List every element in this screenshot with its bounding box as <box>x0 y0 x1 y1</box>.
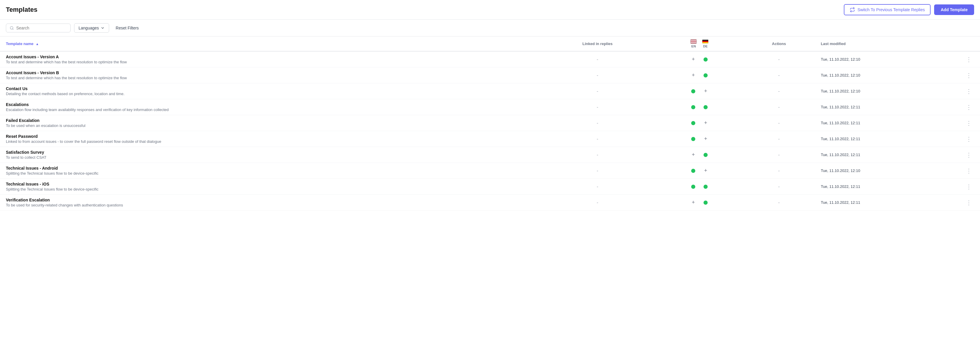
row-menu-icon[interactable]: ⋮ <box>964 103 974 112</box>
row-menu-icon[interactable]: ⋮ <box>964 182 974 191</box>
cell-row-menu[interactable]: ⋮ <box>958 179 980 195</box>
cell-date: Tue, 11.10.2022, 12:10 <box>815 67 958 83</box>
search-input[interactable] <box>16 26 67 30</box>
table-row: Account Issues - Version B To test and d… <box>0 67 980 83</box>
row-menu-icon[interactable]: ⋮ <box>964 150 974 159</box>
cell-date: Tue, 11.10.2022, 12:10 <box>815 163 958 179</box>
cell-flags: + <box>656 147 743 163</box>
cell-date: Tue, 11.10.2022, 12:10 <box>815 83 958 99</box>
dot-active-icon <box>703 73 708 77</box>
page-title: Templates <box>6 6 37 14</box>
dot-active-icon <box>703 57 708 62</box>
cell-template-name: Account Issues - Version A To test and d… <box>0 51 539 67</box>
dot-active-icon <box>691 121 695 125</box>
switch-template-button[interactable]: Switch To Previous Template Replies <box>844 4 931 15</box>
cell-flags: + <box>656 131 743 147</box>
cell-linked: - <box>539 179 656 195</box>
cell-date: Tue, 11.10.2022, 12:10 <box>815 51 958 67</box>
column-actions: Actions <box>743 37 815 51</box>
cell-template-name: Satisfaction Survey To send to collect C… <box>0 147 539 163</box>
row-menu-icon[interactable]: ⋮ <box>964 166 974 175</box>
cell-row-menu[interactable]: ⋮ <box>958 67 980 83</box>
cell-row-menu[interactable]: ⋮ <box>958 195 980 211</box>
table-row: Escalations Escalation flow including te… <box>0 99 980 115</box>
table-row: Technical Issues - Android Splitting the… <box>0 163 980 179</box>
sort-arrow-icon: ▲ <box>36 42 39 46</box>
cell-flags: + <box>656 195 743 211</box>
plus-add-icon[interactable]: + <box>704 136 707 142</box>
cell-linked: - <box>539 195 656 211</box>
templates-table-wrap: Template name ▲ Linked in replies <box>0 37 980 211</box>
cell-actions: - <box>743 99 815 115</box>
cell-row-menu[interactable]: ⋮ <box>958 99 980 115</box>
cell-actions: - <box>743 51 815 67</box>
cell-flags <box>656 179 743 195</box>
dot-active-icon <box>691 169 695 173</box>
table-row: Account Issues - Version A To test and d… <box>0 51 980 67</box>
cell-flags: + <box>656 67 743 83</box>
languages-dropdown[interactable]: Languages <box>74 23 109 33</box>
cell-row-menu[interactable]: ⋮ <box>958 51 980 67</box>
cell-flags: + <box>656 83 743 99</box>
cell-template-name: Contact Us Detailing the contact methods… <box>0 83 539 99</box>
cell-row-menu[interactable]: ⋮ <box>958 147 980 163</box>
search-container <box>6 24 71 32</box>
cell-actions: - <box>743 195 815 211</box>
cell-linked: - <box>539 51 656 67</box>
cell-template-name: Verification Escalation To be used for s… <box>0 195 539 211</box>
de-flag-header: DE <box>702 40 708 48</box>
plus-add-icon[interactable]: + <box>704 168 707 174</box>
cell-actions: - <box>743 179 815 195</box>
cell-actions: - <box>743 147 815 163</box>
cell-date: Tue, 11.10.2022, 12:11 <box>815 195 958 211</box>
dot-active-icon <box>691 185 695 189</box>
dot-active-icon <box>691 89 695 93</box>
column-last-modified: Last modified <box>815 37 958 51</box>
toolbar: Languages Reset Filters <box>0 20 980 37</box>
dot-active-icon <box>703 185 708 189</box>
cell-date: Tue, 11.10.2022, 12:11 <box>815 115 958 131</box>
add-template-button[interactable]: Add Template <box>934 5 974 15</box>
row-menu-icon[interactable]: ⋮ <box>964 198 974 207</box>
cell-template-name: Escalations Escalation flow including te… <box>0 99 539 115</box>
row-menu-icon[interactable]: ⋮ <box>964 134 974 144</box>
plus-add-icon[interactable]: + <box>692 152 695 158</box>
cell-flags: + <box>656 51 743 67</box>
table-row: Verification Escalation To be used for s… <box>0 195 980 211</box>
plus-add-icon[interactable]: + <box>704 120 707 126</box>
cell-template-name: Technical Issues - iOS Splitting the Tec… <box>0 179 539 195</box>
table-row: Reset Password Linked to from account is… <box>0 131 980 147</box>
plus-add-icon[interactable]: + <box>692 72 695 78</box>
cell-flags: + <box>656 115 743 131</box>
row-menu-icon[interactable]: ⋮ <box>964 71 974 80</box>
cell-date: Tue, 11.10.2022, 12:11 <box>815 131 958 147</box>
switch-icon <box>850 7 855 12</box>
cell-row-menu[interactable]: ⋮ <box>958 163 980 179</box>
cell-linked: - <box>539 67 656 83</box>
table-row: Satisfaction Survey To send to collect C… <box>0 147 980 163</box>
row-menu-icon[interactable]: ⋮ <box>964 119 974 128</box>
cell-date: Tue, 11.10.2022, 12:11 <box>815 147 958 163</box>
cell-flags <box>656 99 743 115</box>
cell-template-name: Account Issues - Version B To test and d… <box>0 67 539 83</box>
page-header: Templates Switch To Previous Template Re… <box>0 0 980 20</box>
plus-add-icon[interactable]: + <box>692 200 695 206</box>
cell-linked: - <box>539 131 656 147</box>
templates-table: Template name ▲ Linked in replies <box>0 37 980 211</box>
cell-row-menu[interactable]: ⋮ <box>958 115 980 131</box>
cell-row-menu[interactable]: ⋮ <box>958 83 980 99</box>
row-menu-icon[interactable]: ⋮ <box>964 87 974 96</box>
table-row: Contact Us Detailing the contact methods… <box>0 83 980 99</box>
row-menu-icon[interactable]: ⋮ <box>964 55 974 64</box>
plus-add-icon[interactable]: + <box>704 88 707 94</box>
dot-active-icon <box>691 105 695 109</box>
search-icon <box>10 26 14 30</box>
cell-template-name: Reset Password Linked to from account is… <box>0 131 539 147</box>
plus-add-icon[interactable]: + <box>692 56 695 62</box>
cell-template-name: Technical Issues - Android Splitting the… <box>0 163 539 179</box>
reset-filters-button[interactable]: Reset Filters <box>113 24 142 32</box>
chevron-down-icon <box>100 26 105 30</box>
dot-active-icon <box>703 201 708 205</box>
column-template-name[interactable]: Template name ▲ <box>0 37 539 51</box>
cell-row-menu[interactable]: ⋮ <box>958 131 980 147</box>
